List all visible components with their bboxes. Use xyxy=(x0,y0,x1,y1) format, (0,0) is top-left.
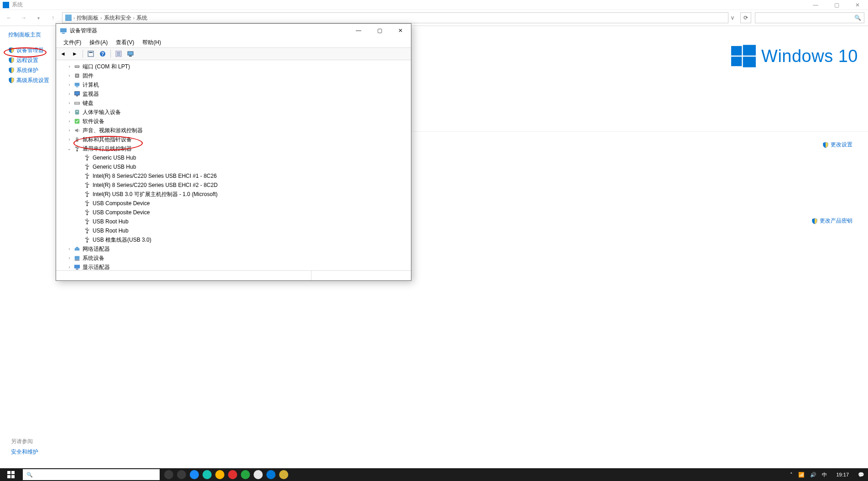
tray-clock[interactable]: 19:17 xyxy=(836,472,849,477)
devmgr-maximize-button[interactable]: ▢ xyxy=(369,24,390,37)
device-tree-item[interactable]: ›网络适配器 xyxy=(65,244,411,253)
device-tree-item[interactable]: ›人体学输入设备 xyxy=(65,108,411,117)
breadcrumb-item[interactable]: 系统和安全 xyxy=(104,14,131,22)
device-tree-item[interactable]: ›软件设备 xyxy=(65,117,411,126)
usb-icon xyxy=(83,172,91,180)
expand-icon[interactable]: › xyxy=(67,83,72,87)
breadcrumb[interactable]: › 控制面板 › 系统和安全 › 系统 xyxy=(62,12,728,23)
taskbar-app-icon[interactable] xyxy=(279,470,288,479)
device-tree-item[interactable]: ›端口 (COM 和 LPT) xyxy=(65,62,411,71)
device-tree-item[interactable]: USB Root Hub xyxy=(75,226,411,235)
expand-icon[interactable]: › xyxy=(67,92,72,96)
expand-icon[interactable]: › xyxy=(67,64,72,69)
taskbar: 🔍 ˄ 📶 🔊 中 19:17 💬 xyxy=(0,468,868,481)
expand-icon[interactable]: › xyxy=(67,101,72,105)
device-tree-item[interactable]: ›固件 xyxy=(65,71,411,80)
device-tree-item[interactable]: ›鼠标和其他指针设备 xyxy=(65,135,411,144)
menu-help[interactable]: 帮助(H) xyxy=(139,38,165,47)
devmgr-titlebar[interactable]: 设备管理器 — ▢ ✕ xyxy=(56,24,411,37)
tray-notifications-icon[interactable]: 💬 xyxy=(858,472,864,478)
device-tree-item[interactable]: Generic USB Hub xyxy=(75,153,411,162)
toolbar-show-hidden-button[interactable] xyxy=(86,49,96,59)
device-tree[interactable]: ›端口 (COM 和 LPT)›固件›计算机›监视器›键盘›人体学输入设备›软件… xyxy=(56,60,411,270)
expand-icon[interactable]: › xyxy=(67,128,72,133)
tray-network-icon[interactable]: 📶 xyxy=(798,472,805,478)
device-tree-item[interactable]: ›声音、视频和游戏控制器 xyxy=(65,126,411,135)
computer-name-heading: 吾是徐先生 xyxy=(347,84,868,101)
change-product-key-link[interactable]: 更改产品密钥 xyxy=(811,217,852,225)
device-tree-item[interactable]: ›计算机 xyxy=(65,80,411,89)
tray-ime-icon[interactable]: 中 xyxy=(822,471,827,478)
taskbar-app-icon[interactable] xyxy=(177,470,186,479)
nav-up-button[interactable]: ↑ xyxy=(47,12,58,23)
toolbar-forward-button[interactable]: ► xyxy=(70,49,80,59)
search-icon: 🔍 xyxy=(854,15,861,21)
shield-icon xyxy=(8,47,15,53)
device-tree-item[interactable]: Intel(R) 8 Series/C220 Series USB EHCI #… xyxy=(75,181,411,190)
expand-icon[interactable]: › xyxy=(67,247,72,251)
taskbar-search-input[interactable]: 🔍 xyxy=(23,469,160,480)
taskbar-app-icon[interactable] xyxy=(164,470,173,479)
search-input[interactable]: 🔍 xyxy=(755,12,864,23)
address-dropdown-button[interactable]: v xyxy=(728,15,737,21)
device-tree-item[interactable]: ›监视器 xyxy=(65,89,411,98)
devmgr-minimize-button[interactable]: — xyxy=(348,24,369,37)
svg-rect-22 xyxy=(75,83,80,86)
nav-back-button[interactable]: ← xyxy=(4,12,15,23)
expand-icon[interactable]: › xyxy=(67,119,72,124)
device-tree-item[interactable]: Generic USB Hub xyxy=(75,162,411,171)
device-tree-item[interactable]: USB Composite Device xyxy=(75,199,411,208)
nav-recent-button[interactable]: ▾ xyxy=(33,12,44,23)
menu-file[interactable]: 文件(F) xyxy=(60,38,85,47)
toolbar-properties-button[interactable] xyxy=(114,49,124,59)
device-tree-item[interactable]: USB Root Hub xyxy=(75,217,411,226)
tray-chevron-icon[interactable]: ˄ xyxy=(790,472,793,478)
taskbar-app-icon[interactable] xyxy=(266,470,275,479)
toolbar-help-button[interactable]: ? xyxy=(98,49,108,59)
change-settings-link[interactable]: 更改设置 xyxy=(822,141,852,149)
start-button[interactable] xyxy=(0,468,22,481)
device-tree-item[interactable]: Intel(R) USB 3.0 可扩展主机控制器 - 1.0 (Microso… xyxy=(75,190,411,199)
refresh-button[interactable]: ⟳ xyxy=(740,12,751,23)
taskbar-app-icon[interactable] xyxy=(228,470,237,479)
expand-icon[interactable]: › xyxy=(67,265,72,269)
devmgr-close-button[interactable]: ✕ xyxy=(390,24,411,37)
see-also-link[interactable]: 安全和维护 xyxy=(11,449,38,455)
device-tree-item[interactable]: ›显示适配器 xyxy=(65,263,411,270)
taskbar-app-icon[interactable] xyxy=(190,470,199,479)
device-tree-item[interactable]: ⌄通用串行总线控制器 xyxy=(65,144,411,153)
taskbar-app-icon[interactable] xyxy=(241,470,250,479)
device-tree-item[interactable]: ›系统设备 xyxy=(65,253,411,263)
taskbar-app-icon[interactable] xyxy=(254,470,263,479)
monitor-icon xyxy=(73,90,81,98)
toolbar-back-button[interactable]: ◄ xyxy=(58,49,68,59)
device-tree-item[interactable]: USB 根集线器(USB 3.0) xyxy=(75,235,411,244)
svg-rect-41 xyxy=(88,156,89,157)
device-tree-item[interactable]: Intel(R) 8 Series/C220 Series USB EHCI #… xyxy=(75,171,411,181)
collapse-icon[interactable]: ⌄ xyxy=(67,146,72,151)
usb-icon xyxy=(83,227,91,234)
maximize-button[interactable]: ▢ xyxy=(826,0,847,10)
shield-icon xyxy=(8,77,15,83)
taskbar-app-icon[interactable] xyxy=(215,470,224,479)
expand-icon[interactable]: › xyxy=(67,137,72,142)
svg-rect-23 xyxy=(76,87,78,88)
breadcrumb-item[interactable]: 系统 xyxy=(136,14,147,22)
expand-icon[interactable]: › xyxy=(67,256,72,260)
menu-view[interactable]: 查看(V) xyxy=(112,38,138,47)
nav-forward-button[interactable]: → xyxy=(18,12,29,23)
device-tree-label: USB 根集线器(USB 3.0) xyxy=(93,236,151,244)
taskbar-app-icon[interactable] xyxy=(203,470,212,479)
device-tree-item[interactable]: ›键盘 xyxy=(65,98,411,108)
device-tree-item[interactable]: USB Composite Device xyxy=(75,208,411,217)
expand-icon[interactable]: › xyxy=(67,110,72,114)
tray-volume-icon[interactable]: 🔊 xyxy=(810,472,816,478)
expand-icon[interactable]: › xyxy=(67,73,72,78)
windows-logo-icon xyxy=(731,44,756,68)
close-button[interactable]: ✕ xyxy=(847,0,868,10)
system-tray[interactable]: ˄ 📶 🔊 中 19:17 💬 xyxy=(786,471,868,478)
minimize-button[interactable]: — xyxy=(805,0,826,10)
breadcrumb-item[interactable]: 控制面板 xyxy=(77,14,99,22)
menu-action[interactable]: 操作(A) xyxy=(86,38,111,47)
toolbar-scan-button[interactable] xyxy=(125,49,135,59)
